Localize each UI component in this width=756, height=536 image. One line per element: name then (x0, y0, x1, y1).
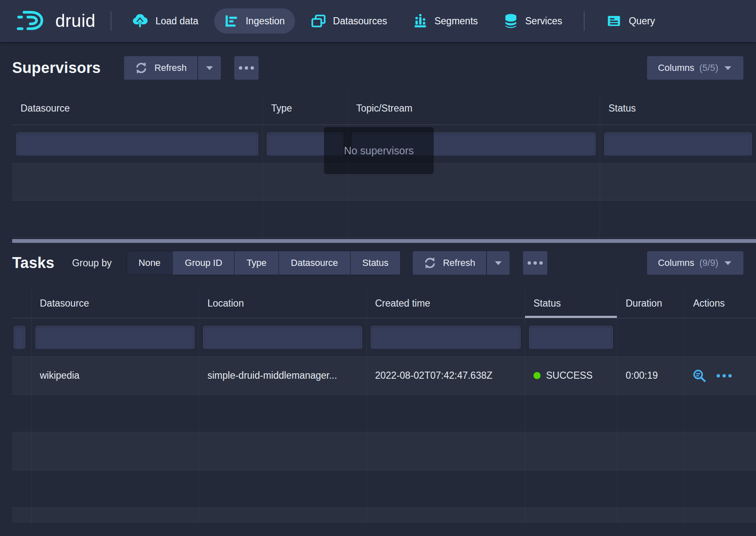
chevron-down-icon (723, 260, 733, 266)
column-header-location[interactable]: Location (199, 289, 367, 318)
columns-count: (5/5) (699, 62, 718, 73)
group-by-type-button[interactable]: Type (234, 251, 278, 275)
database-icon (504, 13, 518, 29)
refresh-icon (135, 62, 148, 74)
nav-items: Load data Ingestion Datasources (122, 8, 665, 34)
supervisors-title: Supervisors (12, 59, 101, 77)
supervisors-refresh-caret-button[interactable] (197, 56, 221, 80)
column-header-status[interactable]: Status (600, 92, 756, 125)
tasks-table-header: Datasource Location Created time Status … (12, 289, 756, 318)
tasks-refresh-button[interactable]: Refresh (413, 251, 486, 275)
refresh-label: Refresh (154, 62, 186, 73)
group-by-datasource-button[interactable]: Datasource (278, 251, 350, 275)
nav-divider (584, 11, 585, 31)
row-more-actions-icon[interactable] (717, 374, 732, 377)
tasks-table: Datasource Location Created time Status … (12, 289, 756, 523)
supervisors-more-button[interactable] (234, 56, 259, 80)
nav-item-query[interactable]: Query (596, 8, 665, 34)
nav-item-label: Services (525, 16, 562, 27)
nav-item-segments[interactable]: Segments (403, 8, 488, 34)
column-header-datasource[interactable]: Datasource (31, 289, 199, 318)
table-row (12, 432, 756, 470)
column-header-created-time[interactable]: Created time (367, 289, 525, 318)
supervisors-toolbar: Supervisors Refresh Columns (5/5) (0, 56, 756, 80)
task-location-cell: simple-druid-middlemanager... (199, 357, 367, 394)
nav-item-ingestion[interactable]: Ingestion (214, 8, 295, 34)
supervisors-columns-button[interactable]: Columns (5/5) (647, 56, 743, 80)
nav-divider (111, 11, 111, 31)
refresh-label: Refresh (443, 258, 475, 268)
group-by-none-button[interactable]: None (127, 251, 173, 275)
column-header-type[interactable]: Type (263, 92, 348, 125)
brand-name: druid (55, 11, 96, 31)
druid-logo-icon (17, 9, 49, 33)
group-by-group-id-button[interactable]: Group ID (172, 251, 234, 275)
column-header-status-label: Status (533, 298, 561, 309)
table-row (12, 508, 756, 523)
refresh-icon (424, 257, 436, 269)
nav-item-services[interactable]: Services (494, 8, 572, 34)
table-row (12, 470, 756, 508)
column-header-actions[interactable]: Actions (685, 289, 756, 318)
tasks-refresh-caret-button[interactable] (486, 251, 510, 275)
column-header-duration[interactable]: Duration (617, 289, 685, 318)
supervisors-refresh-button[interactable]: Refresh (124, 56, 197, 80)
task-datasource-filter-input[interactable] (36, 326, 194, 349)
nav-item-label: Load data (155, 16, 198, 27)
supervisor-datasource-filter-input[interactable] (16, 133, 258, 156)
table-row (12, 200, 756, 237)
more-icon (239, 66, 254, 70)
tasks-title: Tasks (12, 254, 54, 272)
task-created-time-filter-input[interactable] (371, 326, 520, 349)
task-created-time-cell: 2022-08-02T07:42:47.638Z (367, 357, 525, 394)
task-location-filter-input[interactable] (203, 326, 362, 349)
search-detail-icon[interactable] (692, 369, 707, 383)
column-header-topic-stream[interactable]: Topic/Stream (348, 92, 600, 125)
no-supervisors-message: No supervisors (324, 127, 434, 174)
columns-count: (9/9) (699, 258, 718, 268)
task-duration-cell: 0:00:19 (617, 357, 685, 394)
task-id-filter-input[interactable] (14, 326, 25, 349)
columns-label: Columns (658, 258, 694, 268)
druid-logo[interactable]: druid (17, 9, 96, 33)
column-header-datasource[interactable]: Datasource (12, 92, 263, 125)
nav-item-label: Ingestion (246, 16, 285, 27)
task-actions-cell (685, 357, 756, 394)
nav-item-load-data[interactable]: Load data (122, 8, 208, 34)
task-status-cell: SUCCESS (525, 357, 617, 394)
tasks-refresh-split: Refresh (413, 251, 510, 275)
bar-chart-icon (413, 14, 427, 28)
chevron-down-icon (723, 65, 733, 71)
columns-label: Columns (658, 62, 694, 73)
task-datasource-cell: wikipedia (31, 357, 199, 394)
group-by-button-group: None Group ID Type Datasource Status (127, 251, 400, 275)
application-icon (606, 14, 621, 28)
table-row (12, 395, 756, 432)
cloud-upload-icon (132, 13, 148, 29)
gantt-chart-icon (224, 14, 238, 28)
success-status-dot (533, 372, 541, 379)
group-by-status-button[interactable]: Status (350, 251, 400, 275)
supervisors-table: Datasource Type Topic/Stream Status No s… (12, 92, 756, 243)
top-navbar: druid Load data Ingestion (0, 0, 756, 42)
task-status-filter-input[interactable] (529, 326, 613, 349)
status-badge: SUCCESS (546, 370, 593, 381)
column-header-expander[interactable] (12, 289, 31, 318)
chevron-down-icon (494, 260, 503, 266)
more-icon (528, 261, 543, 265)
supervisors-refresh-split: Refresh (124, 56, 221, 80)
multi-select-icon (311, 14, 326, 28)
task-row-wikipedia[interactable]: wikipedia simple-druid-middlemanager... … (12, 357, 756, 395)
tasks-columns-button[interactable]: Columns (9/9) (647, 251, 743, 275)
column-header-status[interactable]: Status (525, 289, 617, 318)
horizontal-scrollbar[interactable] (12, 239, 756, 243)
tasks-more-button[interactable] (523, 251, 547, 275)
tasks-filter-row (12, 318, 756, 357)
nav-item-label: Segments (435, 16, 478, 27)
nav-item-datasources[interactable]: Datasources (301, 8, 397, 34)
supervisor-status-filter-input[interactable] (604, 133, 752, 156)
chevron-down-icon (205, 65, 214, 71)
nav-item-label: Query (629, 16, 655, 27)
group-by-label: Group by (72, 258, 112, 269)
supervisors-table-header: Datasource Type Topic/Stream Status (12, 92, 756, 125)
